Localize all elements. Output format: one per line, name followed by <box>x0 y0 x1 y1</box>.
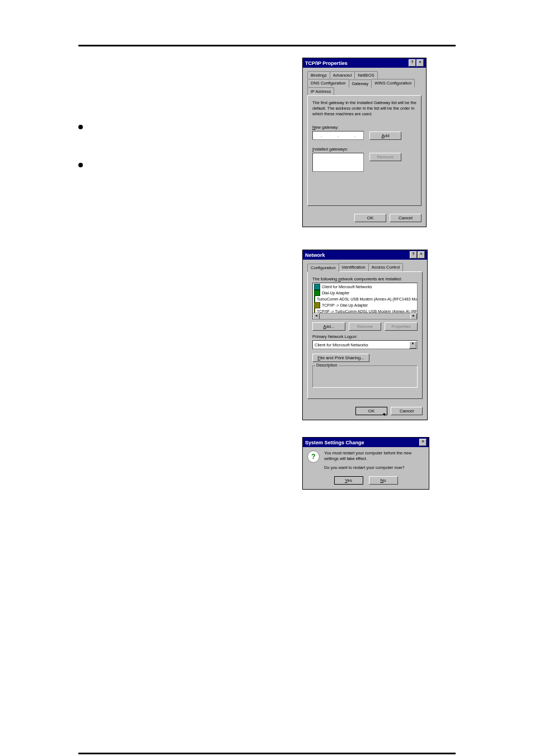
section-tcpip: TCP/IP Properties ? × Bindings Advanced … <box>78 58 456 227</box>
gateway-info-text: The first gateway in the Installed Gatew… <box>312 100 416 117</box>
client-icon <box>314 284 320 290</box>
scroll-left-icon[interactable]: ◄ <box>313 313 320 320</box>
help-icon[interactable]: ? <box>410 251 417 259</box>
list-item: Client for Microsoft Networks <box>313 284 416 290</box>
tcpip-panel: The first gateway in the Installed Gatew… <box>307 95 421 206</box>
cancel-button[interactable]: Cancel <box>391 407 423 415</box>
no-button[interactable]: No <box>369 476 398 485</box>
description-label: Description <box>315 363 339 368</box>
tab-bindings[interactable]: Bindings <box>307 71 330 79</box>
system-settings-dialog: System Settings Change × ? You must rest… <box>302 437 429 490</box>
bullet-1 <box>78 125 291 129</box>
file-print-sharing-button[interactable]: File and Print Sharing... <box>312 354 369 362</box>
yes-button[interactable]: Yes <box>334 476 363 485</box>
add-button[interactable]: Add... <box>312 322 345 331</box>
remove-button: Remove <box>369 153 401 161</box>
tab-advanced[interactable]: Advanced <box>330 71 355 79</box>
network-tabs: Configuration Identification Access Cont… <box>307 263 423 271</box>
new-gateway-input[interactable]: ... <box>312 131 364 140</box>
list-item: TurboComm ADSL USB Modem (Annex-A) (RFC1… <box>313 296 416 302</box>
network-dialog: Network ? × Configuration Identification… <box>302 250 428 420</box>
list-scrollbar[interactable]: ◄ ► <box>313 313 417 319</box>
tab-configuration[interactable]: Configuration <box>307 264 339 272</box>
tcpip-tabs-row2: DNS Configuration Gateway WINS Configura… <box>307 79 421 95</box>
tcpip-tabs-row1: Bindings Advanced NetBIOS <box>307 71 421 79</box>
help-icon[interactable]: ? <box>409 59 416 67</box>
top-rule <box>78 45 456 46</box>
tab-access-control[interactable]: Access Control <box>368 263 403 271</box>
remove-button: Remove <box>349 322 382 331</box>
list-item: Dial-Up Adapter <box>313 290 416 296</box>
bullet-2 <box>78 163 291 167</box>
add-button[interactable]: Add <box>369 132 401 140</box>
components-list[interactable]: Client for Microsoft Networks Dial-Up Ad… <box>312 283 418 320</box>
installed-gateways-list[interactable] <box>312 153 364 172</box>
tab-netbios[interactable]: NetBIOS <box>354 71 378 79</box>
scroll-right-icon[interactable]: ► <box>410 313 417 320</box>
section-left-1 <box>78 58 302 184</box>
network-panel: The following network components are ins… <box>307 271 423 399</box>
section-network: Network ? × Configuration Identification… <box>78 250 456 420</box>
protocol-icon <box>314 302 320 308</box>
close-icon[interactable]: × <box>419 439 427 446</box>
network-title: Network <box>305 252 325 258</box>
section-msg: System Settings Change × ? You must rest… <box>78 437 456 490</box>
network-titlebar: Network ? × <box>303 250 427 260</box>
ok-button[interactable]: OK <box>354 214 386 222</box>
bottom-rule <box>78 753 456 754</box>
installed-gateways-label: Installed gateways: <box>312 147 416 152</box>
chevron-down-icon[interactable]: ▼ <box>409 341 416 349</box>
tcpip-title: TCP/IP Properties <box>305 60 348 66</box>
description-box: Description <box>312 365 418 388</box>
msg-text: You must restart your computer before th… <box>324 450 424 471</box>
logon-dropdown[interactable]: Client for Microsoft Networks ▼ <box>312 340 418 349</box>
tab-ipaddress[interactable]: IP Address <box>307 87 334 95</box>
tab-wins[interactable]: WINS Configuration <box>371 79 415 87</box>
tcpip-dialog: TCP/IP Properties ? × Bindings Advanced … <box>302 58 427 227</box>
properties-button: Properties <box>385 322 418 331</box>
logon-label: Primary Network Logon: <box>312 334 418 339</box>
new-gateway-label: New gateway: <box>312 125 416 130</box>
list-item: TCP/IP -> Dial-Up Adapter <box>313 302 416 308</box>
close-icon[interactable]: × <box>418 251 425 259</box>
logon-value: Client for Microsoft Networks <box>315 342 368 348</box>
adapter-icon <box>314 296 315 302</box>
cancel-button[interactable]: Cancel <box>390 214 421 222</box>
tab-identification[interactable]: Identification <box>339 263 369 271</box>
adapter-icon <box>314 290 320 296</box>
components-label: The following network components are ins… <box>312 276 418 281</box>
tcpip-titlebar: TCP/IP Properties ? × <box>303 58 426 68</box>
msg-title: System Settings Change <box>305 440 364 445</box>
close-icon[interactable]: × <box>416 59 424 67</box>
msg-titlebar: System Settings Change × <box>303 438 429 447</box>
question-icon: ? <box>307 450 320 463</box>
ok-button[interactable]: OK <box>355 407 387 415</box>
tab-gateway[interactable]: Gateway <box>349 79 372 88</box>
tab-dns[interactable]: DNS Configuration <box>307 79 349 87</box>
